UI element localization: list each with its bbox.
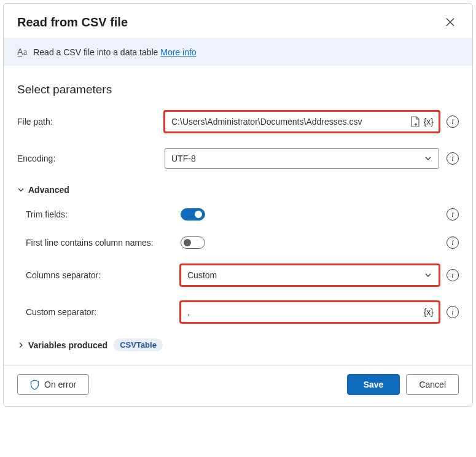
read-csv-dialog: Read from CSV file A̲a Read a CSV file i… xyxy=(3,3,473,407)
dialog-body: Select parameters File path: {x} i En xyxy=(4,66,472,365)
row-encoding: Encoding: UTF-8 i xyxy=(17,148,459,169)
separator-value: Custom xyxy=(187,270,217,280)
row-separator: Columns separator: Custom i xyxy=(26,265,459,286)
file-path-label: File path: xyxy=(17,117,165,127)
close-button[interactable] xyxy=(442,14,459,31)
trim-label: Trim fields: xyxy=(26,209,181,219)
file-path-field[interactable]: {x} xyxy=(165,111,439,132)
custom-input[interactable] xyxy=(186,307,420,318)
chevron-down-icon xyxy=(424,154,432,163)
row-firstline: First line contains column names: i xyxy=(26,236,459,249)
file-picker-icon[interactable] xyxy=(410,116,420,127)
row-trim: Trim fields: i xyxy=(26,208,459,221)
encoding-value: UTF-8 xyxy=(171,154,196,163)
section-title: Select parameters xyxy=(17,83,459,96)
variable-picker-icon[interactable]: {x} xyxy=(424,117,434,127)
chevron-right-icon xyxy=(17,342,25,349)
chevron-down-icon xyxy=(17,186,25,193)
info-encoding[interactable]: i xyxy=(447,152,459,165)
encoding-select[interactable]: UTF-8 xyxy=(165,148,439,169)
shield-icon xyxy=(30,380,39,390)
trim-toggle[interactable] xyxy=(181,208,205,221)
info-trim[interactable]: i xyxy=(447,208,459,221)
variable-badge[interactable]: CSVTable xyxy=(114,338,163,351)
text-style-icon: A̲a xyxy=(17,47,27,57)
info-banner: A̲a Read a CSV file into a data table Mo… xyxy=(4,38,472,66)
firstline-toggle[interactable] xyxy=(181,236,205,249)
close-icon xyxy=(446,18,455,26)
encoding-label: Encoding: xyxy=(17,154,165,163)
firstline-label: First line contains column names: xyxy=(26,238,181,248)
row-file-path: File path: {x} i xyxy=(17,111,459,132)
info-custom[interactable]: i xyxy=(447,306,459,318)
save-button[interactable]: Save xyxy=(347,374,400,395)
file-path-input[interactable] xyxy=(170,116,407,127)
on-error-button[interactable]: On error xyxy=(17,374,89,395)
cancel-button[interactable]: Cancel xyxy=(406,374,459,395)
info-firstline[interactable]: i xyxy=(447,236,459,249)
variable-picker-icon[interactable]: {x} xyxy=(424,307,434,317)
info-separator[interactable]: i xyxy=(447,269,459,281)
variables-produced-expander[interactable]: Variables produced CSVTable xyxy=(17,338,459,351)
custom-field[interactable]: {x} xyxy=(181,302,439,322)
more-info-link[interactable]: More info xyxy=(160,47,196,57)
dialog-footer: On error Save Cancel xyxy=(4,365,472,406)
advanced-group: Trim fields: i First line contains colum… xyxy=(17,208,459,322)
chevron-down-icon xyxy=(424,271,432,279)
row-custom: Custom separator: {x} i xyxy=(26,302,459,322)
separator-label: Columns separator: xyxy=(26,270,181,280)
banner-text: Read a CSV file into a data table More i… xyxy=(33,47,196,57)
advanced-label: Advanced xyxy=(28,185,69,195)
dialog-header: Read from CSV file xyxy=(4,4,472,38)
info-file-path[interactable]: i xyxy=(447,115,459,128)
dialog-title: Read from CSV file xyxy=(17,15,128,29)
variables-produced-label: Variables produced xyxy=(28,340,107,350)
advanced-expander[interactable]: Advanced xyxy=(17,185,459,195)
separator-select[interactable]: Custom xyxy=(181,265,439,286)
custom-label: Custom separator: xyxy=(26,307,181,317)
